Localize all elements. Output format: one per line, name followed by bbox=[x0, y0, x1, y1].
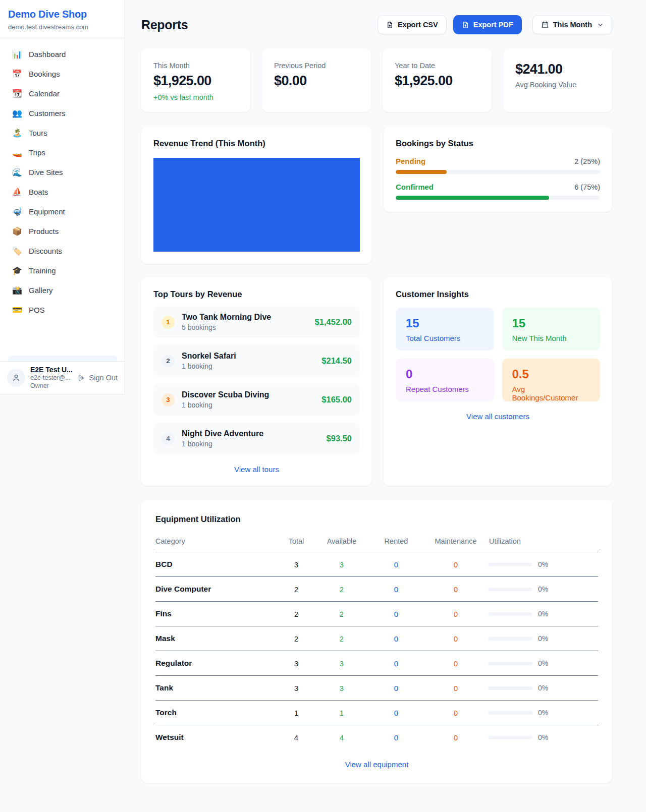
sidebar-item-tours[interactable]: 🏝️ Tours bbox=[6, 123, 119, 143]
tour-amount: $214.50 bbox=[321, 356, 352, 366]
available-cell: 3 bbox=[314, 651, 369, 676]
utilization-track bbox=[488, 612, 532, 616]
rank-badge: 4 bbox=[162, 432, 175, 445]
brand-block: Demo Dive Shop demo.test.divestreams.com bbox=[0, 0, 125, 38]
sidebar-item-trips[interactable]: 🚤 Trips bbox=[6, 143, 119, 162]
dashboard-icon: 📊 bbox=[12, 49, 22, 59]
insight-value: 0 bbox=[406, 367, 484, 381]
user-role: Owner bbox=[30, 382, 72, 390]
bookings-by-status-card: Bookings by Status Pending 2 (25%) Confi… bbox=[384, 127, 612, 212]
insight-value: 15 bbox=[406, 316, 484, 330]
sidebar-item-equipment[interactable]: 🤿 Equipment bbox=[6, 202, 119, 221]
export-pdf-label: Export PDF bbox=[473, 21, 513, 29]
utilization-track bbox=[488, 563, 532, 566]
total-cell: 4 bbox=[278, 725, 314, 750]
sidebar-item-products[interactable]: 📦 Products bbox=[6, 221, 119, 241]
rank-badge: 2 bbox=[162, 355, 175, 368]
maintenance-cell: 0 bbox=[423, 701, 488, 725]
sidebar-item-label: Equipment bbox=[29, 207, 65, 216]
tour-name: Discover Scuba Diving bbox=[182, 390, 269, 399]
utilization-label: 0% bbox=[538, 733, 548, 741]
sidebar-item-label: Customers bbox=[29, 109, 66, 118]
utilization-cell: 0% bbox=[488, 701, 598, 725]
insight-label: New This Month bbox=[512, 334, 590, 342]
maintenance-cell: 0 bbox=[423, 577, 488, 602]
sidebar-item-label: POS bbox=[29, 306, 45, 314]
table-row: Dive Computer 2 2 0 0 0% bbox=[155, 577, 598, 602]
category-cell: Fins bbox=[155, 602, 278, 626]
sidebar-item-customers[interactable]: 👥 Customers bbox=[6, 103, 119, 123]
utilization-label: 0% bbox=[538, 659, 548, 667]
status-label: Confirmed bbox=[396, 183, 434, 191]
stat-label: Previous Period bbox=[274, 62, 359, 70]
sidebar-item-label: Dive Sites bbox=[29, 168, 63, 177]
tour-amount: $165.00 bbox=[321, 395, 352, 404]
status-value: 6 (75%) bbox=[574, 183, 600, 191]
stat-value: $0.00 bbox=[274, 73, 359, 89]
view-all-customers-link[interactable]: View all customers bbox=[396, 412, 600, 421]
category-cell: Mask bbox=[155, 626, 278, 651]
maintenance-cell: 0 bbox=[423, 676, 488, 701]
sidebar-item-label: Discounts bbox=[29, 247, 62, 255]
stat-card-avg-booking-value: $241.00 Avg Booking Value bbox=[503, 48, 612, 112]
maintenance-cell: 0 bbox=[423, 725, 488, 750]
equipment-utilization-card: Equipment Utilization Category Total Ava… bbox=[141, 500, 612, 783]
brand-domain: demo.test.divestreams.com bbox=[8, 23, 117, 31]
column-header: Rented bbox=[369, 534, 423, 552]
sidebar-item-label: Gallery bbox=[29, 286, 53, 295]
utilization-track bbox=[488, 637, 532, 641]
available-cell: 1 bbox=[314, 701, 369, 725]
sidebar-item-dive-sites[interactable]: 🌊 Dive Sites bbox=[6, 162, 119, 182]
sidebar-item-pos[interactable]: 💳 POS bbox=[6, 300, 119, 320]
category-cell: Wetsuit bbox=[155, 725, 278, 750]
sign-out-button[interactable]: Sign Out bbox=[77, 374, 118, 382]
view-all-equipment-link[interactable]: View all equipment bbox=[155, 760, 598, 769]
utilization-cell: 0% bbox=[488, 651, 598, 676]
total-cell: 1 bbox=[278, 701, 314, 725]
tour-bookings: 5 bookings bbox=[182, 323, 271, 331]
export-pdf-button[interactable]: Export PDF bbox=[453, 15, 522, 34]
available-cell: 3 bbox=[314, 552, 369, 577]
revenue-trend-card: Revenue Trend (This Month) bbox=[141, 127, 372, 264]
export-csv-button[interactable]: Export CSV bbox=[378, 15, 447, 34]
category-cell: Torch bbox=[155, 701, 278, 725]
rented-cell: 0 bbox=[369, 725, 423, 750]
sidebar-item-label: Training bbox=[29, 266, 56, 275]
stat-value: $1,925.00 bbox=[153, 73, 238, 89]
progress-track bbox=[396, 196, 600, 200]
view-all-tours-link[interactable]: View all tours bbox=[153, 465, 360, 474]
insight-label: Total Customers bbox=[406, 334, 484, 342]
sidebar-item-label: Boats bbox=[29, 188, 48, 196]
available-cell: 2 bbox=[314, 626, 369, 651]
table-row: Wetsuit 4 4 0 0 0% bbox=[155, 725, 598, 750]
column-header: Category bbox=[155, 534, 278, 552]
sidebar-item-discounts[interactable]: 🏷️ Discounts bbox=[6, 241, 119, 261]
sidebar-item-label: Tours bbox=[29, 129, 47, 137]
page-header: Reports Export CSV Export PDF This Month bbox=[141, 15, 612, 34]
sidebar-item-bookings[interactable]: 📅 Bookings bbox=[6, 64, 119, 84]
tour-name: Snorkel Safari bbox=[182, 352, 236, 361]
sidebar-item-calendar[interactable]: 📆 Calendar bbox=[6, 84, 119, 103]
progress-track bbox=[396, 170, 600, 174]
status-value: 2 (25%) bbox=[574, 157, 600, 165]
sign-out-label: Sign Out bbox=[89, 374, 118, 382]
sidebar-item-label: Calendar bbox=[29, 89, 60, 98]
utilization-cell: 0% bbox=[488, 552, 598, 577]
stat-card-this-month: This Month $1,925.00 +0% vs last month bbox=[141, 48, 250, 112]
maintenance-cell: 0 bbox=[423, 602, 488, 626]
wave-icon: 🌊 bbox=[12, 167, 22, 177]
utilization-label: 0% bbox=[538, 634, 548, 643]
speedboat-icon: 🚤 bbox=[12, 148, 22, 157]
sidebar-item-boats[interactable]: ⛵ Boats bbox=[6, 182, 119, 202]
credit-card-icon: 💳 bbox=[12, 305, 22, 315]
sidebar-item-gallery[interactable]: 📸 Gallery bbox=[6, 280, 119, 300]
sidebar-item-training[interactable]: 🎓 Training bbox=[6, 261, 119, 280]
table-row: Mask 2 2 0 0 0% bbox=[155, 626, 598, 651]
utilization-label: 0% bbox=[538, 560, 548, 568]
insight-avg-bookings: 0.5 Avg Bookings/Customer bbox=[502, 359, 601, 401]
utilization-cell: 0% bbox=[488, 626, 598, 651]
period-dropdown[interactable]: This Month bbox=[532, 15, 612, 34]
sidebar-item-dashboard[interactable]: 📊 Dashboard bbox=[6, 44, 119, 64]
stat-label: This Month bbox=[153, 62, 238, 70]
maintenance-cell: 0 bbox=[423, 552, 488, 577]
